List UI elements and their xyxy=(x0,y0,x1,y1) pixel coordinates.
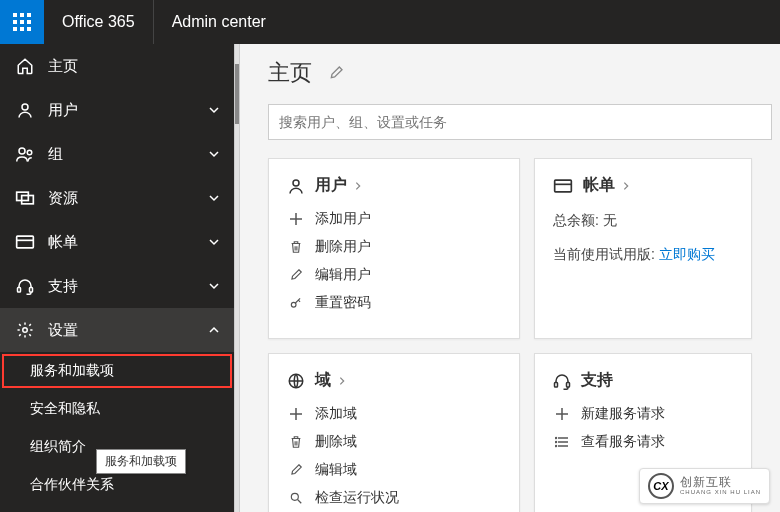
svg-rect-7 xyxy=(20,27,24,31)
svg-rect-30 xyxy=(555,382,558,387)
card-header[interactable]: 用户 xyxy=(287,175,501,196)
sidebar-item-label: 支持 xyxy=(48,277,208,296)
card-item-reset-password[interactable]: 重置密码 xyxy=(287,294,501,312)
sidebar-item-label: 资源 xyxy=(48,189,208,208)
search-icon xyxy=(287,491,305,505)
app-name-label: Admin center xyxy=(154,13,284,31)
card-item-new-request[interactable]: 新建服务请求 xyxy=(553,405,733,423)
sidebar-subitem-services-addins[interactable]: 服务和加载项 xyxy=(0,352,234,390)
gear-icon xyxy=(14,319,36,341)
resources-icon xyxy=(14,187,36,209)
card-item-label: 查看服务请求 xyxy=(581,433,665,451)
svg-point-18 xyxy=(23,328,28,333)
card-header[interactable]: 域 xyxy=(287,370,501,391)
card-header[interactable]: 帐单 xyxy=(553,175,733,196)
sidebar-subitem-label: 安全和隐私 xyxy=(30,400,100,418)
sidebar-subitem-security-privacy[interactable]: 安全和隐私 xyxy=(0,390,234,428)
search-input[interactable] xyxy=(279,114,761,130)
svg-rect-8 xyxy=(27,27,31,31)
card-item-check-health[interactable]: 检查运行状况 xyxy=(287,489,501,507)
svg-point-9 xyxy=(22,104,28,110)
svg-point-22 xyxy=(291,302,296,307)
sidebar-item-resources[interactable]: 资源 xyxy=(0,176,234,220)
card-header[interactable]: 支持 xyxy=(553,370,733,391)
card-item-label: 编辑用户 xyxy=(315,266,371,284)
card-item-label: 删除域 xyxy=(315,433,357,451)
svg-rect-17 xyxy=(30,288,33,293)
chevron-down-icon xyxy=(208,104,220,116)
svg-rect-31 xyxy=(567,382,570,387)
group-icon xyxy=(14,143,36,165)
scrollbar-thumb[interactable] xyxy=(235,64,239,124)
svg-rect-23 xyxy=(555,180,572,192)
card-item-label: 添加域 xyxy=(315,405,357,423)
card-item-delete-user[interactable]: 删除用户 xyxy=(287,238,501,256)
svg-rect-6 xyxy=(13,27,17,31)
svg-line-29 xyxy=(298,500,302,504)
tooltip: 服务和加载项 xyxy=(96,449,186,474)
buy-now-link[interactable]: 立即购买 xyxy=(659,246,715,262)
watermark-line1: 创新互联 xyxy=(680,476,761,489)
top-header: Office 365 Admin center xyxy=(0,0,780,44)
watermark-line2: CHUANG XIN HU LIAN xyxy=(680,489,761,496)
watermark-mark: CX xyxy=(648,473,674,499)
globe-icon xyxy=(287,372,305,390)
trial-text: 当前使用试用版: 立即购买 xyxy=(553,246,733,264)
sidebar-item-groups[interactable]: 组 xyxy=(0,132,234,176)
card-title: 用户 xyxy=(315,175,347,196)
pencil-icon xyxy=(287,268,305,282)
sidebar-item-settings[interactable]: 设置 xyxy=(0,308,234,352)
brand-label: Office 365 xyxy=(44,0,154,44)
plus-icon xyxy=(287,407,305,421)
app-launcher-button[interactable] xyxy=(0,0,44,44)
sidebar-item-support[interactable]: 支持 xyxy=(0,264,234,308)
person-icon xyxy=(287,177,305,195)
svg-point-19 xyxy=(293,180,299,186)
sidebar: 主页 用户 组 资源 帐单 xyxy=(0,44,234,512)
svg-point-28 xyxy=(291,493,298,500)
sidebar-item-label: 主页 xyxy=(48,57,220,76)
list-icon xyxy=(553,435,571,449)
card-title: 支持 xyxy=(581,370,613,391)
chevron-right-icon xyxy=(621,181,631,191)
trash-icon xyxy=(287,435,305,449)
chevron-down-icon xyxy=(208,236,220,248)
card-item-view-requests[interactable]: 查看服务请求 xyxy=(553,433,733,451)
balance-text: 总余额: 无 xyxy=(553,212,733,230)
svg-point-37 xyxy=(556,438,557,439)
card-title: 帐单 xyxy=(583,175,615,196)
chevron-right-icon xyxy=(337,376,347,386)
sidebar-item-label: 帐单 xyxy=(48,233,208,252)
pencil-icon xyxy=(287,463,305,477)
card-item-edit-user[interactable]: 编辑用户 xyxy=(287,266,501,284)
card-item-add-user[interactable]: 添加用户 xyxy=(287,210,501,228)
card-item-label: 删除用户 xyxy=(315,238,371,256)
trial-label: 当前使用试用版: xyxy=(553,246,655,262)
waffle-icon xyxy=(13,13,31,31)
chevron-down-icon xyxy=(208,148,220,160)
page-title: 主页 xyxy=(268,58,312,88)
sidebar-item-home[interactable]: 主页 xyxy=(0,44,234,88)
balance-label: 总余额: xyxy=(553,212,599,228)
svg-rect-4 xyxy=(20,20,24,24)
sidebar-item-label: 设置 xyxy=(48,321,208,340)
svg-point-38 xyxy=(556,442,557,443)
svg-point-11 xyxy=(27,150,32,155)
card-item-add-domain[interactable]: 添加域 xyxy=(287,405,501,423)
sidebar-subitem-label: 服务和加载项 xyxy=(30,362,114,380)
card-item-label: 重置密码 xyxy=(315,294,371,312)
headset-icon xyxy=(14,275,36,297)
sidebar-item-billing[interactable]: 帐单 xyxy=(0,220,234,264)
sidebar-item-users[interactable]: 用户 xyxy=(0,88,234,132)
sidebar-subitem-label: 组织简介 xyxy=(30,438,86,456)
card-item-edit-domain[interactable]: 编辑域 xyxy=(287,461,501,479)
main-content: 主页 用户 添加用户 xyxy=(240,44,780,512)
plus-icon xyxy=(553,407,571,421)
edit-icon[interactable] xyxy=(328,65,344,81)
card-item-delete-domain[interactable]: 删除域 xyxy=(287,433,501,451)
chevron-right-icon xyxy=(353,181,363,191)
search-box[interactable] xyxy=(268,104,772,140)
headset-icon xyxy=(553,372,571,390)
svg-rect-16 xyxy=(18,288,21,293)
chevron-up-icon xyxy=(208,324,220,336)
